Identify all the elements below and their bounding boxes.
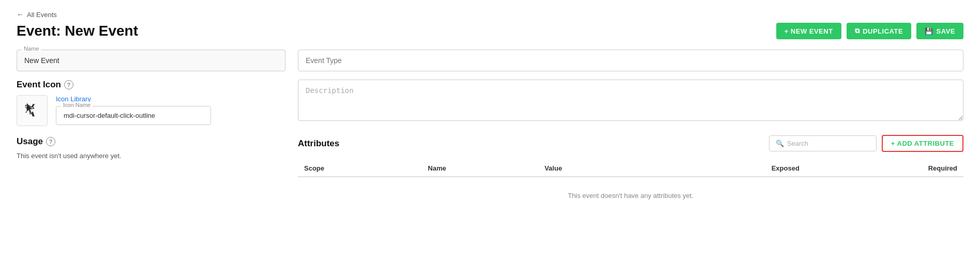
description-textarea[interactable] xyxy=(298,80,963,121)
attributes-controls: 🔍 + ADD ATTRIBUTE xyxy=(769,135,963,152)
cursor-click-icon xyxy=(24,102,40,119)
page-title: Event: New Event xyxy=(17,23,138,39)
save-button[interactable]: 💾 SAVE xyxy=(916,23,963,39)
table-empty-row: This event doesn't have any attributes y… xyxy=(298,177,963,214)
col-required: Required xyxy=(806,160,963,177)
usage-title: Usage ? xyxy=(17,136,285,147)
event-icon-section: Event Icon ? xyxy=(17,80,285,126)
event-icon-title: Event Icon ? xyxy=(17,80,285,90)
usage-section: Usage ? This event isn't used anywhere y… xyxy=(17,136,285,160)
icon-name-field: Icon Name xyxy=(56,106,211,125)
col-name: Name xyxy=(421,160,538,177)
icon-preview-box xyxy=(17,95,48,126)
new-event-button[interactable]: + NEW EVENT xyxy=(776,23,841,39)
name-field-group: Name xyxy=(17,50,285,71)
duplicate-icon: ⧉ xyxy=(855,27,860,35)
col-scope: Scope xyxy=(298,160,421,177)
icon-name-label: Icon Name xyxy=(61,102,93,108)
event-icon-help-icon[interactable]: ? xyxy=(64,80,73,89)
usage-text: This event isn't used anywhere yet. xyxy=(17,152,285,160)
duplicate-label: DUPLICATE xyxy=(863,27,903,35)
back-link[interactable]: ← All Events xyxy=(17,10,963,19)
search-box: 🔍 xyxy=(769,135,877,151)
table-header-row: Scope Name Value Exposed Required xyxy=(298,160,963,177)
attributes-title: Attributes xyxy=(298,138,339,149)
save-label: SAVE xyxy=(937,27,955,35)
col-exposed: Exposed xyxy=(652,160,806,177)
attributes-section: Attributes 🔍 + ADD ATTRIBUTE Scope Name xyxy=(298,135,963,214)
add-attribute-button[interactable]: + ADD ATTRIBUTE xyxy=(882,135,963,152)
event-type-field-group xyxy=(298,50,963,71)
search-input[interactable] xyxy=(787,140,870,147)
usage-help-icon[interactable]: ? xyxy=(46,137,55,146)
col-value: Value xyxy=(538,160,652,177)
icon-info: Icon Library Icon Name xyxy=(56,95,211,125)
back-arrow-icon: ← xyxy=(17,10,24,19)
header-actions: + NEW EVENT ⧉ DUPLICATE 💾 SAVE xyxy=(776,23,963,39)
search-icon: 🔍 xyxy=(776,140,784,147)
back-link-label: All Events xyxy=(27,11,57,19)
name-label: Name xyxy=(22,45,41,52)
event-type-input[interactable] xyxy=(298,50,963,71)
description-field-group xyxy=(298,80,963,122)
save-icon: 💾 xyxy=(925,27,933,35)
icon-name-input[interactable] xyxy=(56,106,211,125)
attributes-table: Scope Name Value Exposed Required This e… xyxy=(298,160,963,214)
name-input[interactable] xyxy=(17,50,285,71)
duplicate-button[interactable]: ⧉ DUPLICATE xyxy=(847,23,911,39)
